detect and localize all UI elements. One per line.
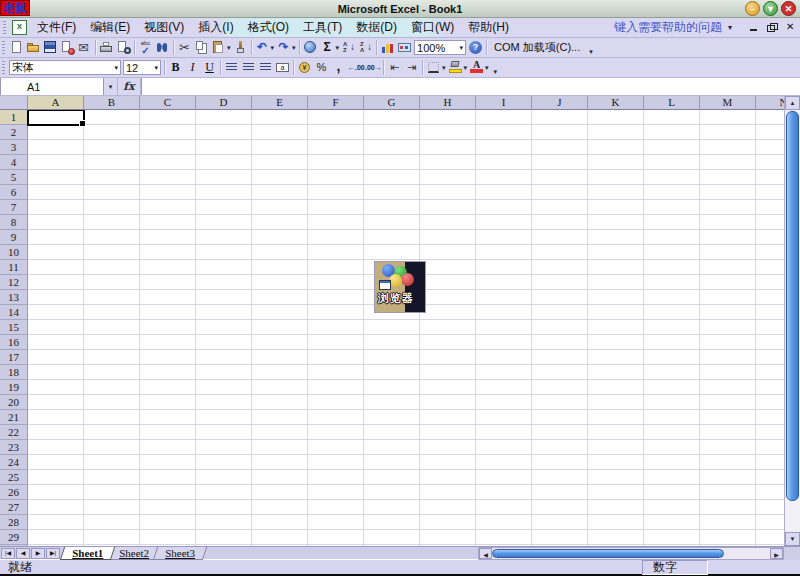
chart-wizard-button[interactable]	[379, 39, 396, 56]
bold-button[interactable]: B	[167, 59, 184, 76]
menu-format[interactable]: 格式(O)	[241, 18, 296, 37]
cut-button[interactable]	[176, 39, 193, 56]
zoom-combobox[interactable]: 100%	[414, 40, 466, 55]
menu-view[interactable]: 视图(V)	[137, 18, 191, 37]
prev-sheet-button[interactable]: ◀	[16, 548, 30, 559]
row-header-18[interactable]: 18	[0, 365, 28, 380]
toolbar-options-button[interactable]	[492, 59, 502, 76]
row-header-9[interactable]: 9	[0, 230, 28, 245]
toolbar-grip[interactable]	[2, 41, 5, 55]
sort-descending-button[interactable]	[357, 39, 374, 56]
font-size-combobox[interactable]: 12	[123, 60, 161, 75]
row-header-5[interactable]: 5	[0, 170, 28, 185]
column-header-m[interactable]: M	[700, 96, 756, 110]
align-center-button[interactable]	[240, 59, 257, 76]
redo-dropdown-icon[interactable]	[292, 44, 296, 52]
row-header-3[interactable]: 3	[0, 140, 28, 155]
help-box-dropdown-icon[interactable]: ▾	[728, 23, 732, 32]
row-header-19[interactable]: 19	[0, 380, 28, 395]
zoom-dropdown-icon[interactable]	[460, 44, 464, 52]
merge-center-button[interactable]	[274, 59, 291, 76]
row-header-21[interactable]: 21	[0, 410, 28, 425]
autosum-dropdown-icon[interactable]	[336, 44, 340, 52]
column-header-d[interactable]: D	[196, 96, 252, 110]
fill-color-dropdown-icon[interactable]	[464, 64, 468, 72]
column-header-g[interactable]: G	[364, 96, 420, 110]
row-header-22[interactable]: 22	[0, 425, 28, 440]
vertical-scroll-thumb[interactable]	[786, 111, 799, 501]
menu-insert[interactable]: 插入(I)	[191, 18, 240, 37]
format-painter-button[interactable]	[232, 39, 249, 56]
next-sheet-button[interactable]: ▶	[31, 548, 45, 559]
workbook-close-button[interactable]	[784, 22, 796, 33]
column-header-l[interactable]: L	[644, 96, 700, 110]
last-sheet-button[interactable]: ▶|	[46, 548, 60, 559]
vertical-scrollbar[interactable]: ▲ ▼	[784, 96, 800, 546]
toolbar-options-button[interactable]	[587, 39, 597, 56]
selected-cell-a1[interactable]	[27, 110, 85, 126]
row-header-29[interactable]: 29	[0, 530, 28, 545]
percent-button[interactable]	[313, 59, 330, 76]
com-addins-button[interactable]: COM 加载项(C)...	[489, 39, 585, 56]
row-header-17[interactable]: 17	[0, 350, 28, 365]
undo-dropdown-icon[interactable]	[271, 44, 275, 52]
row-header-14[interactable]: 14	[0, 305, 28, 320]
help-question-box[interactable]: 键入需要帮助的问题	[614, 19, 722, 36]
redo-button[interactable]	[275, 39, 297, 56]
scroll-down-button[interactable]: ▼	[785, 532, 800, 546]
autosum-button[interactable]	[319, 39, 341, 56]
column-header-i[interactable]: I	[476, 96, 532, 110]
maximize-button[interactable]: ▼	[763, 1, 778, 16]
row-header-10[interactable]: 10	[0, 245, 28, 260]
row-header-27[interactable]: 27	[0, 500, 28, 515]
scroll-up-button[interactable]: ▲	[785, 96, 800, 110]
insert-function-button[interactable]: fx	[118, 78, 141, 95]
row-header-20[interactable]: 20	[0, 395, 28, 410]
grid-cells[interactable]	[28, 110, 784, 546]
increase-indent-button[interactable]	[403, 59, 420, 76]
select-all-corner[interactable]	[0, 96, 28, 110]
sort-ascending-button[interactable]	[340, 39, 357, 56]
row-header-6[interactable]: 6	[0, 185, 28, 200]
align-right-button[interactable]	[257, 59, 274, 76]
drawing-button[interactable]	[396, 39, 413, 56]
borders-dropdown-icon[interactable]	[442, 64, 446, 72]
borders-button[interactable]	[425, 59, 447, 76]
decrease-indent-button[interactable]	[386, 59, 403, 76]
open-button[interactable]	[25, 39, 42, 56]
research-button[interactable]	[154, 39, 171, 56]
column-header-c[interactable]: C	[140, 96, 196, 110]
desktop-browser-icon[interactable]: 浏览器	[375, 262, 425, 312]
minimize-button[interactable]: –	[745, 1, 760, 16]
workbook-restore-button[interactable]	[766, 22, 778, 33]
paste-dropdown-icon[interactable]	[227, 44, 231, 52]
paste-button[interactable]	[210, 39, 232, 56]
menu-help[interactable]: 帮助(H)	[461, 18, 516, 37]
permission-button[interactable]	[59, 39, 76, 56]
first-sheet-button[interactable]: |◀	[1, 548, 15, 559]
row-header-13[interactable]: 13	[0, 290, 28, 305]
sheet-tab-sheet3[interactable]: Sheet3	[153, 547, 207, 560]
menu-data[interactable]: 数据(D)	[349, 18, 404, 37]
help-button[interactable]	[467, 39, 484, 56]
scroll-right-button[interactable]: ▶	[770, 548, 783, 559]
row-header-24[interactable]: 24	[0, 455, 28, 470]
close-button[interactable]: ✕	[781, 1, 796, 16]
row-header-2[interactable]: 2	[0, 125, 28, 140]
comma-button[interactable]	[330, 59, 347, 76]
row-header-15[interactable]: 15	[0, 320, 28, 335]
font-name-combobox[interactable]: 宋体	[9, 60, 121, 75]
decrease-decimal-button[interactable]	[364, 59, 381, 76]
row-header-1[interactable]: 1	[0, 110, 28, 125]
column-header-j[interactable]: J	[532, 96, 588, 110]
font-color-button[interactable]	[468, 59, 490, 76]
row-header-8[interactable]: 8	[0, 215, 28, 230]
row-header-28[interactable]: 28	[0, 515, 28, 530]
underline-button[interactable]: U	[201, 59, 218, 76]
new-file-button[interactable]	[8, 39, 25, 56]
print-button[interactable]	[98, 39, 115, 56]
row-header-25[interactable]: 25	[0, 470, 28, 485]
horizontal-scroll-thumb[interactable]	[492, 549, 724, 558]
column-header-b[interactable]: B	[84, 96, 140, 110]
fill-color-button[interactable]	[447, 59, 469, 76]
